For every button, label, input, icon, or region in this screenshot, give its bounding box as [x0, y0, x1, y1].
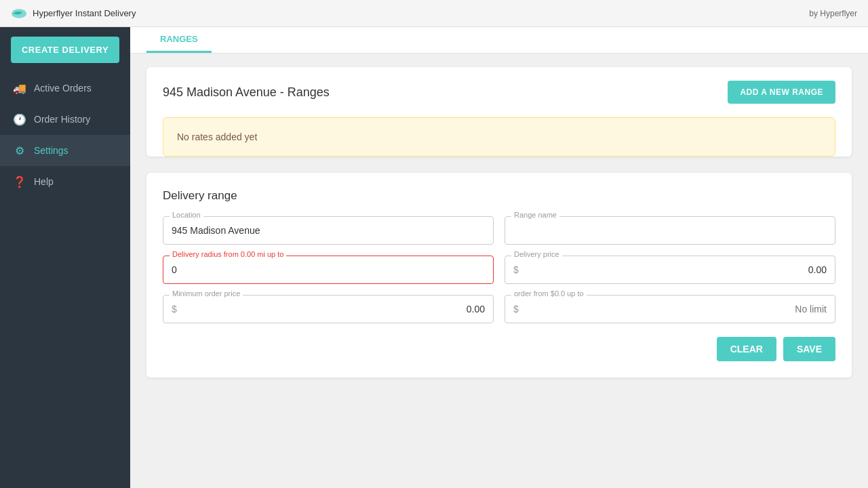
tabs-row: RANGES	[130, 27, 868, 54]
hyperflyer-logo-icon	[11, 7, 27, 20]
ranges-card: 945 Madison Avenue - Ranges ADD A NEW RA…	[146, 67, 852, 157]
delivery-radius-field: Delivery radius from 0.00 mi up to	[163, 256, 494, 284]
history-icon: 🕐	[14, 113, 26, 125]
clear-button[interactable]: CLEAR	[717, 337, 776, 361]
save-button[interactable]: SAVE	[783, 337, 835, 361]
range-name-field: Range name	[505, 216, 835, 245]
add-new-range-button[interactable]: ADD A NEW RANGE	[728, 81, 835, 104]
order-up-to-prefix: $	[513, 304, 519, 314]
ranges-card-title: 945 Madison Avenue - Ranges	[163, 85, 330, 100]
sidebar-item-help-label: Help	[34, 176, 54, 187]
form-actions: CLEAR SAVE	[163, 337, 835, 361]
topbar-byline: by Hyperflyer	[809, 9, 857, 18]
delivery-price-prefix: $	[513, 264, 519, 275]
sidebar-nav: 🚚 Active Orders 🕐 Order History ⚙ Settin…	[0, 73, 130, 197]
form-row-3: Minimum order price $ order from $0.0 up…	[163, 295, 835, 323]
sidebar-item-active-orders[interactable]: 🚚 Active Orders	[0, 73, 130, 104]
delivery-price-input-wrapper: $	[505, 256, 835, 284]
topbar-title: Hyperflyer Instant Delivery	[33, 8, 136, 18]
gear-icon: ⚙	[14, 144, 26, 157]
sidebar-item-active-orders-label: Active Orders	[34, 83, 92, 94]
form-title: Delivery range	[163, 189, 835, 203]
delivery-price-field: Delivery price $	[505, 256, 835, 284]
min-order-prefix: $	[172, 304, 177, 314]
form-row-2: Delivery radius from 0.00 mi up to Deliv…	[163, 256, 835, 284]
min-order-input[interactable]	[180, 296, 485, 323]
topbar: Hyperflyer Instant Delivery by Hyperflye…	[0, 0, 868, 27]
ranges-card-header: 945 Madison Avenue - Ranges ADD A NEW RA…	[146, 67, 852, 117]
no-rates-message: No rates added yet	[163, 117, 835, 157]
help-icon: ❓	[14, 176, 26, 188]
truck-icon: 🚚	[14, 82, 26, 94]
sidebar-item-help[interactable]: ❓ Help	[0, 166, 130, 197]
min-order-input-wrapper: $	[163, 295, 494, 323]
form-row-1: Location Range name	[163, 216, 835, 245]
order-up-to-input[interactable]	[521, 296, 827, 323]
sidebar: CREATE DELIVERY 🚚 Active Orders 🕐 Order …	[0, 27, 130, 488]
sidebar-item-settings[interactable]: ⚙ Settings	[0, 135, 130, 166]
create-delivery-button[interactable]: CREATE DELIVERY	[11, 37, 119, 63]
sidebar-item-settings-label: Settings	[34, 145, 68, 156]
main-layout: CREATE DELIVERY 🚚 Active Orders 🕐 Order …	[0, 27, 868, 488]
delivery-range-form: Delivery range Location Range name D	[146, 173, 852, 378]
location-input[interactable]	[163, 216, 494, 245]
sidebar-item-order-history[interactable]: 🕐 Order History	[0, 104, 130, 135]
sidebar-item-order-history-label: Order History	[34, 114, 90, 125]
tab-ranges[interactable]: RANGES	[146, 27, 212, 53]
order-up-to-input-wrapper: $	[505, 295, 835, 323]
topbar-left: Hyperflyer Instant Delivery	[11, 7, 136, 20]
delivery-price-input[interactable]	[521, 256, 827, 283]
order-up-to-field: order from $0.0 up to $	[505, 295, 835, 323]
min-order-field: Minimum order price $	[163, 295, 494, 323]
delivery-radius-input[interactable]	[163, 256, 494, 284]
content-area: RANGES 945 Madison Avenue - Ranges ADD A…	[130, 27, 868, 488]
location-field: Location	[163, 216, 494, 245]
range-name-input[interactable]	[505, 216, 835, 245]
inner-content: 945 Madison Avenue - Ranges ADD A NEW RA…	[130, 54, 868, 391]
